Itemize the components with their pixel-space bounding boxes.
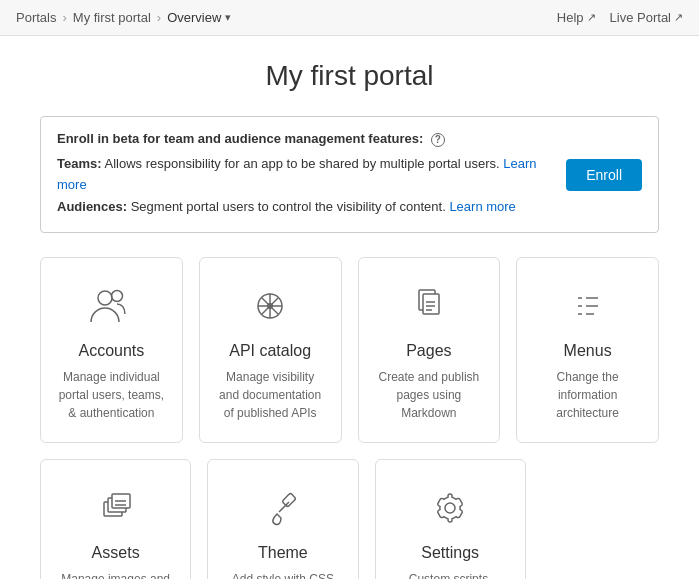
help-link[interactable]: Help ↗	[557, 10, 596, 25]
menus-card[interactable]: Menus Change the information architectur…	[516, 257, 659, 443]
breadcrumb-sep-1: ›	[62, 10, 66, 25]
settings-desc: Custom scripts, domain, email settings..…	[392, 570, 509, 579]
cards-row-1: Accounts Manage individual portal users,…	[40, 257, 659, 443]
beta-banner-title: Enroll in beta for team and audience man…	[57, 129, 554, 150]
live-portal-external-icon: ↗	[674, 11, 683, 24]
settings-card[interactable]: Settings Custom scripts, domain, email s…	[375, 459, 526, 579]
teams-line: Teams: Allows responsibility for an app …	[57, 154, 554, 196]
pages-desc: Create and publish pages using Markdown	[375, 368, 484, 422]
api-catalog-card[interactable]: API catalog Manage visibility and docume…	[199, 257, 342, 443]
api-catalog-icon	[246, 282, 294, 330]
breadcrumb-dropdown-icon[interactable]: ▾	[225, 11, 231, 24]
settings-title: Settings	[421, 544, 479, 562]
breadcrumb-portals[interactable]: Portals	[16, 10, 56, 25]
accounts-title: Accounts	[78, 342, 144, 360]
theme-title: Theme	[258, 544, 308, 562]
api-catalog-desc: Manage visibility and documentation of p…	[216, 368, 325, 422]
theme-card[interactable]: Theme Add style with CSS rules	[207, 459, 358, 579]
settings-icon	[426, 484, 474, 532]
live-portal-link[interactable]: Live Portal ↗	[610, 10, 683, 25]
breadcrumb: Portals › My first portal › Overview ▾	[16, 10, 231, 25]
svg-point-0	[98, 291, 112, 305]
accounts-desc: Manage individual portal users, teams, &…	[57, 368, 166, 422]
menus-icon	[564, 282, 612, 330]
svg-point-25	[445, 503, 455, 513]
theme-icon	[259, 484, 307, 532]
accounts-icon	[87, 282, 135, 330]
pages-title: Pages	[406, 342, 451, 360]
help-tooltip-icon[interactable]: ?	[431, 133, 445, 147]
enroll-button[interactable]: Enroll	[566, 159, 642, 191]
main-content: My first portal Enroll in beta for team …	[0, 36, 699, 579]
top-nav: Portals › My first portal › Overview ▾ H…	[0, 0, 699, 36]
menus-title: Menus	[564, 342, 612, 360]
theme-desc: Add style with CSS rules	[224, 570, 341, 579]
audiences-line: Audiences: Segment portal users to contr…	[57, 197, 554, 218]
breadcrumb-sep-2: ›	[157, 10, 161, 25]
assets-desc: Manage images and other assets	[57, 570, 174, 579]
accounts-card[interactable]: Accounts Manage individual portal users,…	[40, 257, 183, 443]
pages-icon	[405, 282, 453, 330]
beta-banner: Enroll in beta for team and audience man…	[40, 116, 659, 233]
menus-desc: Change the information architecture	[533, 368, 642, 422]
help-external-icon: ↗	[587, 11, 596, 24]
svg-rect-24	[282, 493, 296, 507]
svg-rect-9	[423, 294, 439, 314]
svg-point-1	[112, 291, 123, 302]
assets-card[interactable]: Assets Manage images and other assets	[40, 459, 191, 579]
page-title: My first portal	[40, 60, 659, 92]
audiences-learn-more-link[interactable]: Learn more	[449, 199, 515, 214]
svg-point-7	[267, 303, 273, 309]
assets-icon	[92, 484, 140, 532]
breadcrumb-current-page: Overview ▾	[167, 10, 231, 25]
api-catalog-title: API catalog	[229, 342, 311, 360]
beta-banner-text: Enroll in beta for team and audience man…	[57, 129, 554, 220]
cards-row-2: Assets Manage images and other assets Th…	[40, 459, 659, 579]
pages-card[interactable]: Pages Create and publish pages using Mar…	[358, 257, 501, 443]
nav-right: Help ↗ Live Portal ↗	[557, 10, 683, 25]
assets-title: Assets	[92, 544, 140, 562]
breadcrumb-portal-name[interactable]: My first portal	[73, 10, 151, 25]
